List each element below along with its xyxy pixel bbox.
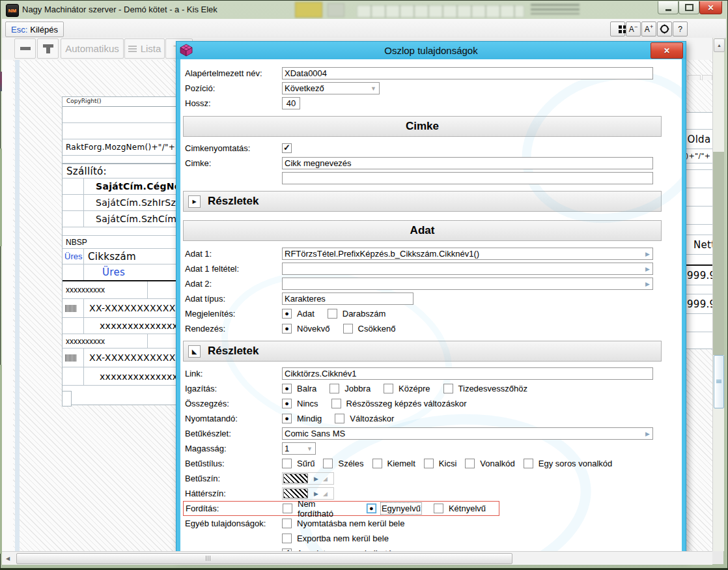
automatikus-button[interactable]: Automatikus [61,38,124,59]
default-name-input[interactable] [282,67,653,79]
table-row[interactable] [686,170,712,188]
close-window-button[interactable]: ✕ [699,1,722,14]
option-balra[interactable]: ● Balra [282,384,316,393]
option-darabszam[interactable]: Darabszám [328,309,385,319]
table-row[interactable] [686,113,712,130]
option-nyomtatasba-nem[interactable]: Nyomtatásba nem kerül bele [282,519,404,528]
option-kiemelt[interactable]: Kiemelt [372,459,415,468]
cimkenyomtatas-checkbox[interactable]: ✓ [282,143,297,153]
option-nincs[interactable]: ● Nincs [282,399,318,408]
color-swatch[interactable] [283,474,308,483]
expand-button[interactable]: ▶ [188,195,201,208]
report-right-strip: Olda )+"/"+ Nett 999.9 999.9 [685,112,712,349]
arrow-right-icon[interactable]: ▶ [643,264,652,274]
font-color-picker[interactable]: ▶ ◢ [282,472,334,485]
field-label: Betűszín: [185,474,282,483]
designer-tool-tee-button[interactable] [37,38,59,59]
link-input[interactable] [282,367,653,380]
position-dropdown[interactable]: Következő ▼ [282,82,380,94]
table-row[interactable] [686,285,712,294]
field-label: Magasság: [185,444,282,453]
option-kicsi[interactable]: Kicsi [424,459,456,468]
option-adat[interactable]: ● Adat [282,309,315,319]
option-suru[interactable]: Sűrű [282,459,315,468]
option-valtozaskor[interactable]: Változáskor [335,414,394,423]
empty-report-cell[interactable] [62,391,72,406]
table-row[interactable] [686,314,712,332]
option-nem-fordithato[interactable]: Nem fordítható [283,499,354,519]
option-szeles[interactable]: Széles [323,459,363,468]
table-row[interactable] [686,164,712,170]
table-row[interactable]: 999.9 [686,266,712,285]
table-row[interactable]: )+"/"+ [686,149,712,164]
horizontal-scrollbar-thumb[interactable] [16,553,512,564]
betukeszlet-field: ▶ [282,427,653,440]
corner-triangle-icon[interactable]: ◢ [323,476,328,482]
arrow-right-icon[interactable]: ▶ [314,491,318,497]
magassag-dropdown[interactable]: 1 ▼ [282,442,316,455]
adat1-feltetel-input[interactable] [282,263,653,275]
help-button[interactable]: ? [673,21,688,36]
minimize-button[interactable] [658,1,679,14]
option-novekvo[interactable]: ● Növekvő [282,324,330,334]
radio-icon: ● [282,309,292,319]
arrow-right-icon[interactable]: ▶ [643,429,652,438]
navigate-button[interactable] [657,21,672,36]
table-row[interactable]: Olda [686,130,712,149]
option-ketnyelvu[interactable]: Kétnyelvű [434,504,486,513]
maximize-button[interactable] [679,1,699,14]
lista-button[interactable]: Lista [124,38,165,59]
option-mindig[interactable]: ● Mindig [282,414,322,423]
font-decrease-button[interactable]: A− [626,21,641,36]
designer-tool-dash-button[interactable] [14,38,36,59]
cimke-input[interactable] [282,157,653,169]
option-exportba-nem[interactable]: Exportba nem kerül bele [282,534,389,543]
option-tizedesvesszohoz[interactable]: Tizedesvesszőhöz [443,384,527,393]
arrow-right-icon[interactable]: ▶ [643,249,652,259]
betukeszlet-input[interactable] [282,427,653,440]
layout-grid-button[interactable] [610,21,625,36]
corner-triangle-icon[interactable]: ◢ [323,491,328,497]
option-csokkeno[interactable]: Csökkenő [343,324,396,334]
adat1-input[interactable] [282,248,653,260]
magassag-row: Magasság: 1 ▼ [180,441,682,456]
option-kozepre[interactable]: Középre [384,384,430,393]
option-reszosszeg[interactable]: Részösszeg képzés változáskor [331,399,467,408]
field-label: Adat 1 feltétel: [185,264,282,274]
adat-tipus-input[interactable] [282,292,413,305]
scroll-up-button[interactable]: ▲ [714,38,725,52]
table-row[interactable] [686,332,712,349]
option-jobbra[interactable]: Jobbra [329,384,371,393]
color-swatch[interactable] [283,489,308,498]
grip-icon [206,556,212,561]
titlebar-ghost-artifact [531,4,580,14]
minimize-icon [665,9,671,11]
vertical-scrollbar[interactable]: ▲ [712,38,724,551]
table-row[interactable] [686,255,712,266]
table-row[interactable] [686,207,712,225]
horizontal-scrollbar[interactable]: ◀ [2,551,712,565]
cimke-input-2[interactable] [282,172,653,184]
arrow-right-icon[interactable]: ▶ [314,476,318,482]
font-increase-button[interactable]: A+ [641,21,656,36]
background-color-picker[interactable]: ▶ ◢ [282,487,334,500]
vertical-scrollbar-thumb[interactable] [714,355,724,408]
table-row[interactable] [686,188,712,207]
radio-icon: ● [282,324,292,334]
arrow-right-icon[interactable]: ▶ [643,279,652,289]
collapse-button[interactable]: ◣ [188,345,201,358]
table-row[interactable] [686,225,712,235]
cell-text: xxxxxxxxxxxxxx [84,321,178,331]
option-egy-soros-vonalkod[interactable]: Egy soros vonalkód [524,459,612,468]
table-row[interactable]: 999.9 [686,294,712,314]
table-row[interactable]: Nett [686,235,712,255]
dialog-close-button[interactable]: ✕ [651,42,683,59]
length-input[interactable] [282,97,300,109]
adat2-input[interactable] [282,278,653,290]
cell-text: NBSP [66,238,87,247]
scroll-left-button[interactable]: ◀ [3,553,13,563]
dialog-titlebar[interactable]: Oszlop tulajdonságok ✕ [176,42,686,59]
option-egynyelvu[interactable]: ● Egynyelvű [367,504,421,513]
esc-exit-button[interactable]: Esc: Kilépés [5,21,64,37]
option-vonalkod[interactable]: Vonalkód [465,459,515,468]
